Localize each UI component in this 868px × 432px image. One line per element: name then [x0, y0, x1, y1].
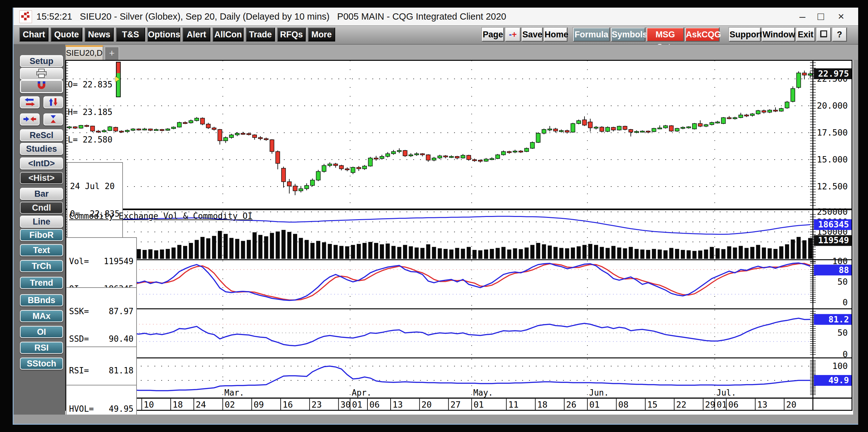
rsi-study-button[interactable]: RSI	[20, 342, 63, 354]
svg-text:100: 100	[832, 256, 848, 266]
svg-text:20: 20	[421, 400, 432, 409]
svg-text:23: 23	[311, 400, 322, 409]
toolbar-button-news[interactable]: News	[85, 28, 114, 41]
pan-horizontal-button[interactable]	[20, 96, 40, 108]
svg-text:01: 01	[589, 400, 600, 409]
toolbar-button-page[interactable]: Page	[482, 28, 504, 41]
compress-horizontal-icon	[23, 114, 37, 124]
gauge-upper-segment	[117, 62, 120, 73]
cascade-windows-button[interactable]	[816, 28, 831, 41]
toolbar-button-more[interactable]: More	[308, 28, 335, 41]
fibonacci-retracement-button[interactable]: FiboR	[20, 229, 63, 241]
chart-canvas[interactable]: 22.50020.00017.50015.00012.5002500002000…	[65, 60, 858, 414]
toolbar-button-t-s[interactable]: T&S	[116, 28, 145, 41]
studies-button[interactable]: Studies	[20, 143, 63, 155]
toolbar-button-chart[interactable]: Chart	[19, 28, 49, 41]
svg-text:Jun.: Jun.	[589, 388, 609, 398]
info-date: 24 Jul 20	[70, 182, 120, 191]
svg-text:22.975: 22.975	[818, 69, 849, 79]
compress-horizontal-button[interactable]	[20, 113, 40, 125]
svg-text:50: 50	[837, 328, 848, 338]
svg-text:26: 26	[566, 400, 577, 409]
zoom-in-glyph: +	[512, 30, 517, 39]
zoom-out-glyph: -	[509, 30, 512, 39]
main-window: 15:52:21 SIEU20 - Silver (Globex), Sep 2…	[13, 8, 858, 425]
svg-text:27: 27	[451, 400, 461, 409]
toolbar-button-window[interactable]: Window	[762, 28, 795, 41]
printer-icon	[34, 68, 49, 79]
tab-sieu20-daily[interactable]: SIEU20,D	[65, 45, 103, 60]
compress-vertical-button[interactable]	[43, 113, 63, 125]
print-button[interactable]	[20, 68, 63, 80]
toolbar-button-support[interactable]: Support	[729, 28, 761, 41]
svg-text:13: 13	[393, 400, 403, 409]
chart-area[interactable]: 22.50020.00017.50015.00012.5002500002000…	[65, 60, 858, 414]
toolbar-button-trade[interactable]: Trade	[246, 28, 275, 41]
swap-vertical-icon	[46, 97, 60, 107]
magnet-icon	[34, 81, 49, 91]
tab-strip: SIEU20,D +	[13, 45, 858, 60]
toolbar: ChartQuoteNewsT&SOptionsAlertAllConTrade…	[13, 26, 858, 45]
minimize-button[interactable]: –	[794, 9, 811, 24]
toolbar-button-help[interactable]: ?	[832, 28, 847, 41]
toolbar-button-msg-cntr[interactable]: MSG Cntr	[647, 28, 684, 41]
svg-text:06: 06	[728, 400, 739, 409]
snap-magnet-button[interactable]	[20, 80, 63, 93]
window-title: 15:52:21 SIEU20 - Silver (Globex), Sep 2…	[36, 8, 506, 25]
cascade-windows-icon	[820, 30, 827, 37]
maximize-button[interactable]: □	[812, 9, 829, 24]
svg-text:Mar.: Mar.	[224, 388, 244, 398]
toolbar-button-home[interactable]: Home	[544, 28, 567, 41]
svg-text:10: 10	[144, 400, 154, 409]
toolbar-button-rfqs[interactable]: RFQs	[277, 28, 306, 41]
historical-button[interactable]: <Hist>	[20, 172, 63, 184]
open-interest-button[interactable]: OI	[20, 326, 63, 338]
toolbar-button-quote[interactable]: Quote	[51, 28, 82, 41]
gauge-pointer-icon	[115, 76, 119, 82]
text-tool-button[interactable]: Text	[20, 244, 63, 256]
line-type-button[interactable]: Line	[20, 216, 63, 228]
toolbar-button-askcqg[interactable]: AskCQG	[685, 28, 719, 41]
toolbar-button-save[interactable]: Save	[522, 28, 542, 41]
toolbar-button-allcon[interactable]: AllCon	[213, 28, 244, 41]
bar-type-button[interactable]: Bar	[20, 188, 63, 200]
trend-line-button[interactable]: Trend	[20, 277, 63, 289]
toolbar-button-symbols[interactable]: Symbols	[611, 28, 645, 41]
setup-button[interactable]: Setup	[20, 55, 63, 67]
quote-high: H= 23.185	[68, 108, 113, 117]
svg-text:30: 30	[341, 400, 351, 409]
svg-text:22: 22	[676, 400, 686, 409]
svg-text:09: 09	[254, 400, 264, 409]
moving-average-button[interactable]: MAx	[20, 310, 63, 322]
svg-text:24: 24	[196, 400, 206, 409]
sstoch-study-button[interactable]: SStoch	[20, 358, 63, 370]
svg-text:49.9: 49.9	[828, 375, 849, 385]
rescale-button[interactable]: ReScl	[20, 129, 63, 141]
zoom-toggle-button[interactable]: -+	[505, 28, 521, 41]
toolbar-button-formula[interactable]: Formula	[573, 28, 610, 41]
swap-horizontal-icon	[23, 97, 37, 107]
toolbar-button-options[interactable]: Options	[147, 28, 180, 41]
close-button[interactable]: ×	[833, 9, 849, 24]
svg-text:100: 100	[832, 361, 848, 371]
session-range-gauge	[116, 62, 121, 97]
bollinger-bands-button[interactable]: BBnds	[20, 294, 63, 306]
pan-vertical-button[interactable]	[43, 96, 63, 108]
intraday-button[interactable]: <IntD>	[20, 157, 63, 169]
svg-text:06: 06	[369, 400, 380, 409]
svg-text:16: 16	[283, 400, 293, 409]
bottom-strip	[13, 414, 858, 424]
svg-text:13: 13	[757, 400, 768, 409]
svg-text:May.: May.	[473, 388, 493, 398]
candlestick-type-button[interactable]: Cndl	[20, 202, 63, 214]
add-tab-button[interactable]: +	[104, 47, 119, 60]
svg-text:17.500: 17.500	[817, 128, 848, 137]
volume-study-title[interactable]: Commodity Exchange Vol & Commodity OI	[69, 211, 252, 221]
trend-channel-button[interactable]: TrCh	[20, 260, 63, 272]
compress-vertical-icon	[46, 114, 60, 124]
chart-toolbar-sidebar: SetupReSclStudies<IntD><Hist>BarCndlLine…	[13, 45, 65, 416]
svg-text:02: 02	[225, 400, 235, 409]
toolbar-button-exit[interactable]: Exit	[796, 28, 815, 41]
toolbar-button-alert[interactable]: Alert	[183, 28, 210, 41]
svg-text:11: 11	[508, 400, 519, 409]
